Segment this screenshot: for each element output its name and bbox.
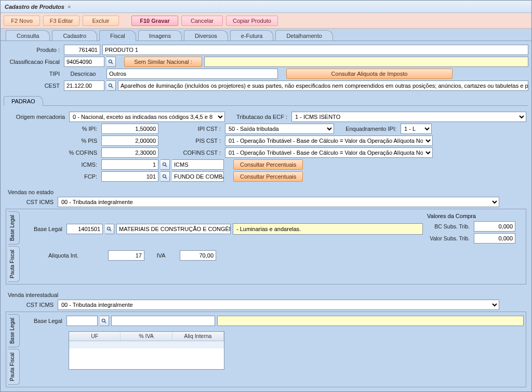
iva-input[interactable]: 70,00 bbox=[180, 250, 216, 261]
trib-ecf-label: Tributacao da ECF : bbox=[227, 114, 289, 120]
tab-imagens[interactable]: Imagens bbox=[138, 30, 182, 41]
tab-consulta[interactable]: Consulta bbox=[6, 30, 50, 41]
icms-consultar-perc-button[interactable]: Consultar Percentuais bbox=[233, 159, 303, 170]
produto-nome: PRODUTO 1 bbox=[102, 45, 528, 55]
padrao-tab[interactable]: PADRAO bbox=[4, 96, 43, 106]
vi-baselegal-input[interactable] bbox=[66, 316, 98, 326]
svg-line-3 bbox=[111, 86, 113, 88]
tab-cadastro[interactable]: Cadastro bbox=[52, 30, 97, 41]
tab-efutura[interactable]: e-Futura bbox=[230, 30, 274, 41]
toolbar: F2 Novo F3 Editar Excluir F10 Gravar Can… bbox=[1, 13, 531, 29]
vi-baselegal-label: Base Legal bbox=[23, 318, 64, 324]
vi-sidetab-pauta-fiscal[interactable]: Pauta Fiscal bbox=[8, 349, 20, 385]
sem-similar-button[interactable]: Sem Similar Nacional : bbox=[124, 57, 202, 67]
valor-subs-input[interactable]: 0,000 bbox=[474, 233, 515, 244]
svg-point-0 bbox=[109, 60, 112, 63]
grid-col-iva: % IVA bbox=[121, 332, 172, 341]
tab-detalhamento[interactable]: Detalhamento bbox=[275, 30, 333, 41]
copiar-produto-button[interactable]: Copiar Produto bbox=[226, 16, 278, 26]
novo-button[interactable]: F2 Novo bbox=[4, 16, 40, 26]
svg-line-7 bbox=[165, 177, 167, 179]
vi-csticms-label: CST ICMS bbox=[6, 302, 56, 308]
ve-baselegal-lookup-icon[interactable] bbox=[105, 224, 114, 234]
fiscal-content: Produto : 761401 PRODUTO 1 Classificacao… bbox=[1, 41, 531, 391]
excluir-button[interactable]: Excluir bbox=[83, 16, 119, 26]
aliq-int-label: Aliquota Int. bbox=[23, 252, 106, 259]
pis-pct-label: % PIS bbox=[6, 138, 99, 144]
tipi-label: TIPI bbox=[4, 71, 62, 77]
fcp-label: FCP: bbox=[6, 173, 99, 180]
cofins-pct-label: % COFINS bbox=[6, 150, 99, 156]
cofins-cst-label: COFINS CST : bbox=[161, 150, 223, 156]
ve-csticms-select[interactable]: 00 - Tributada integralmente bbox=[58, 197, 499, 207]
trib-ecf-select[interactable]: 1 - ICMS ISENTO bbox=[291, 112, 526, 122]
ve-sidetab-base-legal[interactable]: Base Legal bbox=[8, 211, 20, 245]
classif-lookup-icon[interactable] bbox=[107, 57, 116, 67]
tipi-descricao: Outros bbox=[107, 69, 278, 79]
enq-ipi-select[interactable]: 1 - L bbox=[401, 124, 432, 134]
venda-inter-title: Venda interestadual bbox=[8, 292, 526, 298]
ve-sidetab-pauta-fiscal[interactable]: Pauta Fiscal bbox=[8, 246, 20, 282]
cest-lookup-icon[interactable] bbox=[107, 80, 116, 91]
vi-grid[interactable]: UF % IVA Aliq Interna bbox=[69, 331, 224, 370]
svg-point-4 bbox=[163, 163, 166, 166]
ve-csticms-label: CST ICMS bbox=[6, 199, 56, 205]
pis-cst-select[interactable]: 01 - Operação Tributável - Base de Cálcu… bbox=[225, 136, 433, 146]
vi-baselegal-desc bbox=[111, 316, 215, 326]
cest-value[interactable]: 21.122.00 bbox=[64, 80, 104, 91]
tab-fiscal[interactable]: Fiscal bbox=[99, 30, 136, 42]
editar-button[interactable]: F3 Editar bbox=[43, 16, 79, 26]
bc-subs-label: BC Subs. Trib. bbox=[425, 223, 472, 229]
pis-cst-label: PIS CST : bbox=[161, 138, 223, 144]
ve-baselegal-input[interactable]: 1401501 bbox=[66, 224, 103, 234]
venda-inter-panel: Base Legal Pauta Fiscal Base Legal bbox=[6, 312, 526, 387]
origem-select[interactable]: 0 - Nacional, exceto as indicadas nos có… bbox=[69, 112, 225, 122]
vi-sidetab-base-legal[interactable]: Base Legal bbox=[8, 314, 20, 347]
icms-input[interactable]: 1 bbox=[101, 159, 158, 170]
produto-codigo: 761401 bbox=[64, 45, 100, 55]
valores-compra-title: Valores da Compra bbox=[427, 213, 524, 219]
main-tabs: Consulta Cadastro Fiscal Imagens Diverso… bbox=[1, 29, 531, 41]
ve-baselegal-desc: MATERIAIS DE CONSTRUÇÃO E CONGÊNER bbox=[116, 224, 231, 234]
ipi-cst-select[interactable]: 50 - Saída tributada bbox=[225, 124, 334, 134]
icms-lookup-icon[interactable] bbox=[161, 159, 170, 170]
fcp-input[interactable]: 101 bbox=[101, 171, 158, 182]
cofins-pct-input[interactable]: 2,30000 bbox=[101, 147, 158, 158]
padrao-body: Origem mercadoria 0 - Nacional, exceto a… bbox=[4, 105, 528, 389]
svg-line-5 bbox=[165, 165, 167, 167]
ipi-pct-input[interactable]: 1,50000 bbox=[101, 124, 158, 134]
consultar-aliquota-button[interactable]: Consultar Aliquota de Imposto bbox=[286, 69, 453, 79]
svg-line-11 bbox=[104, 321, 106, 323]
icms-label: ICMS: bbox=[6, 161, 99, 168]
fcp-consultar-perc-button[interactable]: Consultar Percentuais bbox=[233, 171, 303, 182]
close-tab-icon[interactable]: × bbox=[68, 4, 71, 10]
svg-line-9 bbox=[110, 229, 111, 231]
tab-diversos[interactable]: Diversos bbox=[184, 30, 228, 41]
ipi-cst-label: IPI CST : bbox=[161, 126, 223, 132]
fcp-desc: FUNDO DE COMBATE A bbox=[172, 171, 224, 182]
pis-pct-input[interactable]: 2,00000 bbox=[101, 136, 158, 146]
grid-col-aliq: Aliq Interna bbox=[172, 332, 224, 341]
cancelar-button[interactable]: Cancelar bbox=[181, 16, 223, 26]
svg-point-2 bbox=[109, 84, 112, 87]
vendas-estado-panel: Base Legal Pauta Fiscal Base Legal 14015… bbox=[6, 209, 526, 285]
fcp-lookup-icon[interactable] bbox=[161, 171, 170, 182]
ve-baselegal-label: Base Legal bbox=[23, 226, 64, 232]
classif-value[interactable]: 94054090 bbox=[64, 57, 104, 67]
vi-memo bbox=[217, 316, 524, 326]
vi-csticms-select[interactable]: 00 - Tributada integralmente bbox=[58, 300, 499, 310]
classif-label: Classificacao Fiscal bbox=[4, 59, 62, 65]
svg-point-10 bbox=[102, 319, 105, 322]
icms-desc: ICMS bbox=[172, 159, 224, 170]
gravar-button[interactable]: F10 Gravar bbox=[131, 16, 178, 26]
vi-baselegal-lookup-icon[interactable] bbox=[100, 316, 109, 326]
svg-line-1 bbox=[111, 62, 113, 64]
cofins-cst-select[interactable]: 01 - Operação Tributável - Base de Cálcu… bbox=[225, 147, 433, 158]
window-title: Cadastro de Produtos bbox=[5, 4, 64, 10]
svg-point-8 bbox=[107, 227, 110, 230]
origem-label: Origem mercadoria bbox=[6, 114, 67, 120]
window: Cadastro de Produtos × F2 Novo F3 Editar… bbox=[0, 0, 532, 392]
bc-subs-input[interactable]: 0,000 bbox=[474, 221, 515, 232]
titlebar: Cadastro de Produtos × bbox=[1, 1, 531, 13]
aliq-int-input[interactable]: 17 bbox=[108, 250, 144, 261]
